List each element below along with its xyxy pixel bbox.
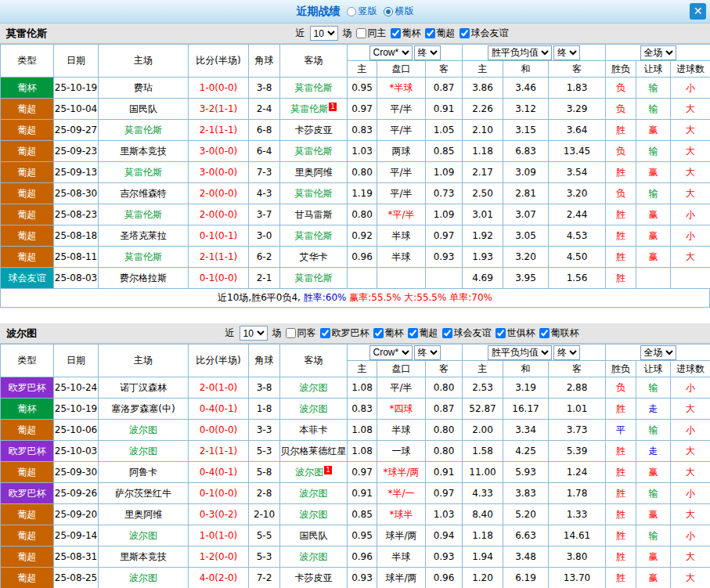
corner-count: 3-7 [249,204,280,225]
filter-checkbox[interactable]: 球会友谊 [442,326,492,340]
filter-label: 葡杯 [402,27,421,40]
result-goals: 大 [671,141,710,162]
odds-away: 3.20 [549,183,606,204]
odds-home: 2.53 [463,377,503,399]
home-team: 圣塔克莱拉 [99,225,189,247]
match-count-select[interactable]: 10 [240,326,268,341]
checkbox-icon[interactable] [425,28,435,38]
result-goals: 大 [671,504,710,525]
wdl-time-select[interactable]: 终 [553,45,580,60]
col-header-date: 日期 [54,45,99,78]
odds-home: 1.18 [463,525,503,547]
wdl-time-select[interactable]: 终 [553,345,580,360]
result-wdl: 负 [606,183,636,204]
competition-type: 葡超 [1,568,54,588]
checkbox-icon[interactable] [496,328,506,338]
odds-home: 1.18 [463,141,503,162]
filter-checkbox[interactable]: 球会友谊 [460,27,509,40]
filter-checkbox[interactable]: 葡杯 [373,326,404,340]
handicap-away-odds: 0.96 [426,568,463,588]
odds-home: 4.69 [463,268,503,289]
match-row: 葡超25-10-06波尔图0-0(0-0)3-3本菲卡1.08半球0.802.0… [1,420,710,441]
col-subheader: 和 [503,361,549,377]
result-wdl: 胜 [606,462,636,483]
radio-label-horizontal: 横版 [395,5,414,18]
scope-select[interactable]: 全场 [640,45,676,60]
match-date: 25-10-24 [54,377,99,399]
match-date: 25-09-20 [54,504,99,525]
corner-count: 1-8 [249,399,280,420]
result-wdl: 负 [606,78,636,99]
handicap-line: 两球 [377,141,426,162]
away-team: 波尔图 [280,504,348,525]
match-score: 0-1(0-0) [189,268,249,289]
odds-away: 1.83 [549,78,606,99]
match-score: 3-2(1-1) [189,99,249,120]
match-score: 2-0(0-0) [189,204,249,225]
home-team: 莫雷伦斯 [99,204,189,225]
filter-checkbox[interactable]: 葡杯 [391,27,421,40]
checkbox-icon[interactable] [286,328,296,338]
odds-away: 1.33 [549,504,606,525]
checkbox-icon[interactable] [320,328,330,338]
team-section-0: 莫雷伦斯近10场同主葡杯葡超球会友谊类型日期主场比分(半场)角球客场Crow*终… [0,23,710,308]
result-wdl: 负 [606,99,636,120]
col-header-home: 主场 [99,45,189,78]
scope-select[interactable]: 全场 [640,345,676,360]
handicap-away-odds: 0.87 [426,399,463,420]
filter-checkbox[interactable]: 欧罗巴杯 [320,326,369,340]
filter-checkbox[interactable]: 世俱杯 [496,326,535,340]
away-team: 国民队 [280,525,348,547]
filter-checkbox[interactable]: 葡超 [408,326,438,340]
odds-draw: 3.19 [503,377,549,399]
checkbox-icon[interactable] [373,328,384,338]
result-goals [671,268,710,289]
filter-checkbox[interactable]: 葡超 [425,27,456,40]
layout-radio-vertical[interactable]: 竖版 [347,5,377,18]
handicap-time-select[interactable]: 终 [414,345,441,360]
filter-checkbox[interactable]: 同客 [286,326,316,340]
wdl-average-select[interactable]: 胜平负均值 [488,45,552,60]
wdl-average-select[interactable]: 胜平负均值 [488,345,552,360]
odds-home: 1.20 [463,568,503,588]
competition-type: 葡超 [1,120,54,141]
home-team: 波尔图 [99,441,189,462]
col-header-type: 类型 [1,45,54,78]
result-wdl: 胜 [606,399,636,420]
corner-count: 3-8 [249,78,280,99]
odds-home: 52.87 [463,399,503,420]
odds-home: 2.17 [463,162,503,183]
checkbox-icon[interactable] [356,28,366,38]
filter-checkbox[interactable]: 葡联杯 [539,326,579,340]
handicap-time-select[interactable]: 终 [414,45,441,60]
match-count-select[interactable]: 10 [310,26,338,41]
handicap-home-odds: 0.85 [348,504,377,525]
match-score: 1-0(0-0) [189,78,249,99]
match-row: 葡超25-08-25波尔图4-0(2-0)7-2卡莎皮亚0.93球半/两0.96… [1,568,710,588]
match-date: 25-09-13 [54,162,99,183]
checkbox-icon[interactable] [391,28,401,38]
match-date: 25-08-31 [54,547,99,568]
layout-radio-horizontal[interactable]: 横版 [384,5,414,18]
handicap-home-odds: 0.83 [348,120,377,141]
bookmaker-select[interactable]: Crow* [369,45,413,60]
checkbox-icon[interactable] [442,328,452,338]
result-handicap: 赢 [636,247,671,268]
filter-checkbox[interactable]: 同主 [356,27,387,40]
competition-type: 葡超 [1,462,54,483]
odds-draw: 3.05 [503,225,549,247]
handicap-line: 平/半 [377,120,426,141]
corner-count: 5-5 [249,525,280,547]
checkbox-icon[interactable] [539,328,550,338]
away-team: 莫雷伦斯 [280,268,348,289]
checkbox-icon[interactable] [460,28,470,38]
bookmaker-select[interactable]: Crow* [369,345,413,360]
odds-home: 2.10 [463,120,503,141]
handicap-home-odds: 1.08 [348,420,377,441]
filter-label: 葡超 [420,326,438,340]
odds-away: 4.53 [549,225,606,247]
col-subheader: 胜负 [606,361,636,377]
close-icon[interactable]: ✕ [690,3,706,20]
result-goals: 大 [671,462,710,483]
checkbox-icon[interactable] [408,328,418,338]
